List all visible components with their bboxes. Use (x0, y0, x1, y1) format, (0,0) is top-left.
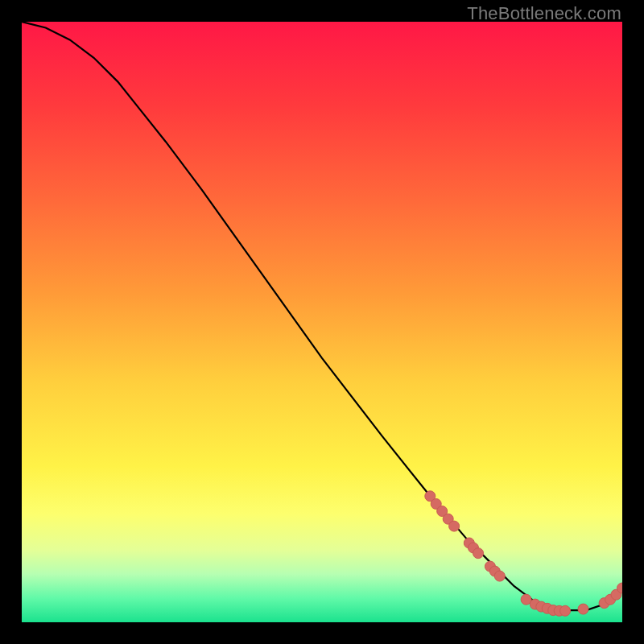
data-marker (560, 605, 571, 616)
data-marker (449, 521, 460, 531)
data-marker (494, 571, 505, 581)
curve-line (22, 22, 622, 610)
data-marker (578, 604, 588, 614)
data-marker (473, 548, 484, 559)
chart-stage: TheBottleneck.com (0, 0, 644, 644)
plot-area (22, 22, 622, 622)
chart-svg (22, 22, 622, 622)
markers-group (425, 491, 622, 617)
